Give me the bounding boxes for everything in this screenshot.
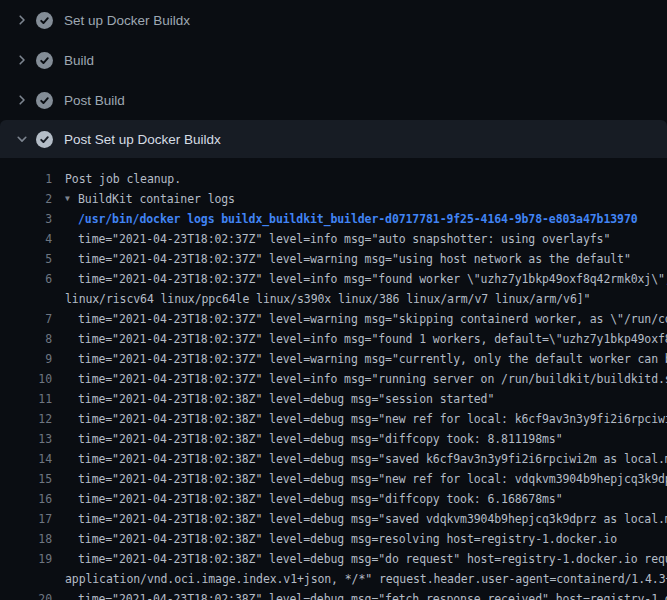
indent-spacer — [52, 429, 78, 449]
indent-spacer — [52, 569, 65, 589]
log-line: 7time="2021-04-23T18:02:37Z" level=warni… — [0, 309, 667, 329]
log-line: 19time="2021-04-23T18:02:38Z" level=debu… — [0, 549, 667, 569]
log-line-text: application/vnd.oci.image.index.v1+json,… — [65, 569, 667, 589]
actions-log-viewer: Set up Docker BuildxBuildPost BuildPost … — [0, 0, 667, 600]
log-command-text: /usr/bin/docker logs buildx_buildkit_bui… — [78, 209, 638, 229]
log-line-text: time="2021-04-23T18:02:38Z" level=debug … — [78, 589, 667, 600]
log-line-number[interactable]: 17 — [0, 509, 52, 529]
log-line-number[interactable]: 8 — [0, 329, 52, 349]
log-line-number[interactable]: 11 — [0, 389, 52, 409]
log-line-number[interactable]: 1 — [0, 169, 52, 189]
chevron-right-icon — [14, 92, 30, 108]
step-row[interactable]: Build — [0, 40, 667, 80]
log-line: 17time="2021-04-23T18:02:38Z" level=debu… — [0, 509, 667, 529]
check-circle-icon — [36, 131, 53, 148]
log-line-number[interactable]: 13 — [0, 429, 52, 449]
log-line-text: time="2021-04-23T18:02:37Z" level=warnin… — [78, 349, 667, 369]
log-line: 15time="2021-04-23T18:02:38Z" level=debu… — [0, 469, 667, 489]
log-line: 12time="2021-04-23T18:02:38Z" level=debu… — [0, 409, 667, 429]
log-line-number[interactable]: 15 — [0, 469, 52, 489]
step-row[interactable]: Set up Docker Buildx — [0, 0, 667, 40]
log-line-number[interactable]: 14 — [0, 449, 52, 469]
indent-spacer — [52, 549, 78, 569]
log-line: 3/usr/bin/docker logs buildx_buildkit_bu… — [0, 209, 667, 229]
log-line-number[interactable]: 20 — [0, 589, 52, 600]
step-label: Post Build — [64, 93, 125, 108]
log-line: 13time="2021-04-23T18:02:38Z" level=debu… — [0, 429, 667, 449]
indent-spacer — [52, 309, 78, 329]
log-line-number[interactable]: 4 — [0, 229, 52, 249]
indent-spacer — [52, 269, 78, 289]
log-line-text: time="2021-04-23T18:02:37Z" level=info m… — [78, 269, 667, 289]
steps-list: Set up Docker BuildxBuildPost BuildPost … — [0, 0, 667, 158]
log-line: 2▼BuildKit container logs — [0, 189, 667, 209]
log-area: 1Post job cleanup.2▼BuildKit container l… — [0, 158, 667, 600]
log-line: application/vnd.oci.image.index.v1+json,… — [0, 569, 667, 589]
log-line-text: time="2021-04-23T18:02:37Z" level=warnin… — [78, 309, 667, 329]
indent-spacer — [52, 249, 78, 269]
indent-spacer — [52, 529, 78, 549]
log-line-number[interactable]: 10 — [0, 369, 52, 389]
indent-spacer — [52, 509, 78, 529]
log-line: 8time="2021-04-23T18:02:37Z" level=info … — [0, 329, 667, 349]
log-line-number — [0, 289, 52, 309]
log-line-number[interactable]: 3 — [0, 209, 52, 229]
log-line-number[interactable]: 16 — [0, 489, 52, 509]
log-line: 18time="2021-04-23T18:02:38Z" level=debu… — [0, 529, 667, 549]
log-line-number[interactable]: 7 — [0, 309, 52, 329]
log-line-text: time="2021-04-23T18:02:37Z" level=warnin… — [78, 249, 631, 269]
indent-spacer — [52, 289, 65, 309]
log-line: linux/riscv64 linux/ppc64le linux/s390x … — [0, 289, 667, 309]
indent-spacer — [52, 389, 78, 409]
log-line-text: time="2021-04-23T18:02:38Z" level=debug … — [78, 409, 667, 429]
log-line-text: time="2021-04-23T18:02:38Z" level=debug … — [78, 549, 667, 569]
log-line-number[interactable]: 5 — [0, 249, 52, 269]
check-circle-icon — [36, 52, 53, 69]
log-line-text: time="2021-04-23T18:02:38Z" level=debug … — [78, 529, 617, 549]
log-line-text: time="2021-04-23T18:02:38Z" level=debug … — [78, 469, 667, 489]
log-line: 11time="2021-04-23T18:02:38Z" level=debu… — [0, 389, 667, 409]
indent-spacer — [52, 369, 78, 389]
chevron-down-icon — [14, 131, 30, 147]
log-line-text: time="2021-04-23T18:02:38Z" level=debug … — [78, 449, 667, 469]
log-line-number[interactable]: 9 — [0, 349, 52, 369]
log-line-text: time="2021-04-23T18:02:37Z" level=info m… — [78, 329, 667, 349]
log-line-text: time="2021-04-23T18:02:38Z" level=debug … — [78, 389, 494, 409]
log-line: 9time="2021-04-23T18:02:37Z" level=warni… — [0, 349, 667, 369]
log-line-number — [0, 569, 52, 589]
log-line-number[interactable]: 18 — [0, 529, 52, 549]
log-line-number[interactable]: 2 — [0, 189, 52, 209]
log-line: 20time="2021-04-23T18:02:38Z" level=debu… — [0, 589, 667, 600]
collapse-triangle-icon[interactable]: ▼ — [65, 189, 78, 209]
step-label: Set up Docker Buildx — [64, 13, 190, 28]
log-line: 6time="2021-04-23T18:02:37Z" level=info … — [0, 269, 667, 289]
log-line-text: time="2021-04-23T18:02:37Z" level=info m… — [78, 229, 610, 249]
log-line-text: time="2021-04-23T18:02:38Z" level=debug … — [78, 509, 667, 529]
chevron-right-icon — [14, 12, 30, 28]
log-line: 4time="2021-04-23T18:02:37Z" level=info … — [0, 229, 667, 249]
check-circle-icon — [36, 92, 53, 109]
step-label: Build — [64, 53, 94, 68]
step-row[interactable]: Post Build — [0, 80, 667, 120]
log-line-text: time="2021-04-23T18:02:38Z" level=debug … — [78, 429, 562, 449]
step-row[interactable]: Post Set up Docker Buildx — [0, 120, 667, 158]
log-line: 1Post job cleanup. — [0, 169, 667, 189]
indent-spacer — [52, 329, 78, 349]
log-line-number[interactable]: 6 — [0, 269, 52, 289]
indent-spacer — [52, 189, 65, 209]
indent-spacer — [52, 349, 78, 369]
log-line-number[interactable]: 12 — [0, 409, 52, 429]
indent-spacer — [52, 229, 78, 249]
log-line-number[interactable]: 19 — [0, 549, 52, 569]
log-line-text: time="2021-04-23T18:02:38Z" level=debug … — [78, 489, 562, 509]
log-line: 14time="2021-04-23T18:02:38Z" level=debu… — [0, 449, 667, 469]
step-label: Post Set up Docker Buildx — [64, 132, 221, 147]
log-line: 16time="2021-04-23T18:02:38Z" level=debu… — [0, 489, 667, 509]
log-line: 10time="2021-04-23T18:02:37Z" level=info… — [0, 369, 667, 389]
log-line-text: linux/riscv64 linux/ppc64le linux/s390x … — [65, 289, 590, 309]
log-group-label[interactable]: BuildKit container logs — [78, 189, 235, 209]
check-circle-icon — [36, 12, 53, 29]
log-line-text: Post job cleanup. — [65, 169, 181, 189]
chevron-right-icon — [14, 52, 30, 68]
indent-spacer — [52, 449, 78, 469]
